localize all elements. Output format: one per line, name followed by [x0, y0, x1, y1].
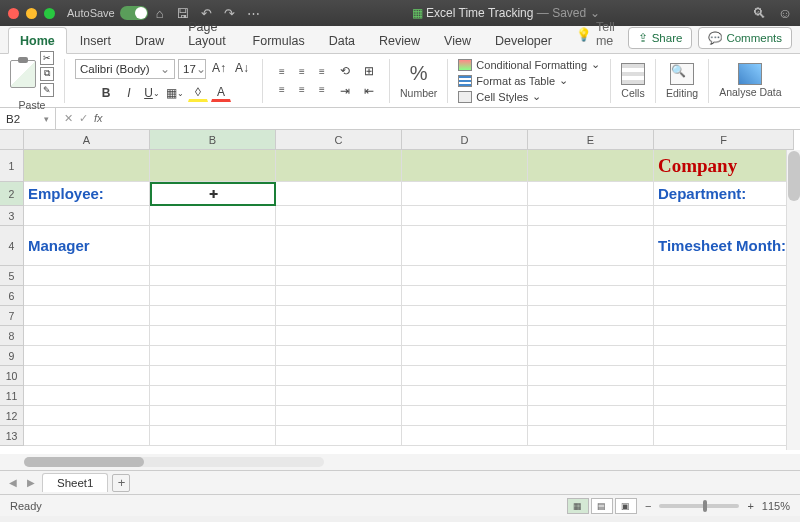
cell-F10[interactable]: [654, 366, 794, 386]
row-header-3[interactable]: 3: [0, 206, 24, 226]
cell-B8[interactable]: [150, 326, 276, 346]
cell-F2[interactable]: Department:: [654, 182, 794, 206]
column-header-A[interactable]: A: [24, 130, 150, 150]
cell-A5[interactable]: [24, 266, 150, 286]
page-layout-view-button[interactable]: ▤: [591, 498, 613, 514]
cell-B2[interactable]: [150, 182, 276, 206]
cell-E11[interactable]: [528, 386, 654, 406]
cell-C11[interactable]: [276, 386, 402, 406]
column-header-F[interactable]: F: [654, 130, 794, 150]
scrollbar-thumb[interactable]: [24, 457, 144, 467]
wrap-text-icon[interactable]: ⇥: [335, 82, 355, 100]
search-icon[interactable]: 🔍︎: [752, 5, 766, 21]
cell-E9[interactable]: [528, 346, 654, 366]
indent-icon[interactable]: ⇤: [359, 82, 379, 100]
cell-D13[interactable]: [402, 426, 528, 446]
cell-E13[interactable]: [528, 426, 654, 446]
cell-A1[interactable]: [24, 150, 150, 182]
tab-developer[interactable]: Developer: [484, 28, 563, 53]
merge-icon[interactable]: ⊞: [359, 62, 379, 80]
align-middle-icon[interactable]: ≡: [293, 64, 311, 80]
cells-group[interactable]: Cells: [617, 63, 649, 99]
cell-A2[interactable]: Employee:: [24, 182, 150, 206]
cell-F3[interactable]: [654, 206, 794, 226]
zoom-slider[interactable]: [659, 504, 739, 508]
column-header-B[interactable]: B: [150, 130, 276, 150]
select-all-corner[interactable]: [0, 130, 24, 150]
cell-C5[interactable]: [276, 266, 402, 286]
comments-button[interactable]: 💬Comments: [698, 27, 792, 49]
cell-E7[interactable]: [528, 306, 654, 326]
fx-icon[interactable]: fx: [94, 112, 103, 125]
decrease-font-icon[interactable]: A↓: [232, 59, 252, 77]
cell-F11[interactable]: [654, 386, 794, 406]
cell-C8[interactable]: [276, 326, 402, 346]
cell-A12[interactable]: [24, 406, 150, 426]
tell-me[interactable]: 💡Tell me: [565, 14, 626, 53]
row-header-5[interactable]: 5: [0, 266, 24, 286]
cancel-formula-icon[interactable]: ✕: [64, 112, 73, 125]
cell-A11[interactable]: [24, 386, 150, 406]
align-left-icon[interactable]: ≡: [273, 82, 291, 98]
column-header-D[interactable]: D: [402, 130, 528, 150]
minimize-window-button[interactable]: [26, 8, 37, 19]
row-header-11[interactable]: 11: [0, 386, 24, 406]
cell-F8[interactable]: [654, 326, 794, 346]
cell-B7[interactable]: [150, 306, 276, 326]
cell-B10[interactable]: [150, 366, 276, 386]
scrollbar-thumb[interactable]: [788, 151, 800, 201]
cell-C10[interactable]: [276, 366, 402, 386]
cell-D4[interactable]: [402, 226, 528, 266]
increase-font-icon[interactable]: A↑: [209, 59, 229, 77]
italic-button[interactable]: I: [119, 84, 139, 102]
cell-B3[interactable]: [150, 206, 276, 226]
close-window-button[interactable]: [8, 8, 19, 19]
tab-insert[interactable]: Insert: [69, 28, 122, 53]
row-header-13[interactable]: 13: [0, 426, 24, 446]
cell-F13[interactable]: [654, 426, 794, 446]
add-sheet-button[interactable]: +: [112, 474, 130, 492]
align-bottom-icon[interactable]: ≡: [313, 64, 331, 80]
cell-D12[interactable]: [402, 406, 528, 426]
editing-group[interactable]: 🔍 Editing: [662, 63, 702, 99]
fill-color-button[interactable]: ◊: [188, 84, 208, 102]
cell-E12[interactable]: [528, 406, 654, 426]
underline-button[interactable]: U⌄: [142, 84, 162, 102]
bold-button[interactable]: B: [96, 84, 116, 102]
cell-E1[interactable]: [528, 150, 654, 182]
cell-styles-button[interactable]: Cell Styles⌄: [458, 89, 600, 104]
cell-C12[interactable]: [276, 406, 402, 426]
cell-C4[interactable]: [276, 226, 402, 266]
smiley-icon[interactable]: ☺: [778, 5, 792, 21]
cell-B12[interactable]: [150, 406, 276, 426]
cell-F1[interactable]: Company: [654, 150, 794, 182]
cell-A3[interactable]: [24, 206, 150, 226]
cell-E2[interactable]: [528, 182, 654, 206]
zoom-level[interactable]: 115%: [762, 500, 790, 512]
cell-B6[interactable]: [150, 286, 276, 306]
cell-D8[interactable]: [402, 326, 528, 346]
prev-sheet-icon[interactable]: ◀: [6, 477, 20, 488]
maximize-window-button[interactable]: [44, 8, 55, 19]
column-header-C[interactable]: C: [276, 130, 402, 150]
row-header-12[interactable]: 12: [0, 406, 24, 426]
row-header-7[interactable]: 7: [0, 306, 24, 326]
horizontal-scrollbar[interactable]: [0, 454, 800, 470]
align-right-icon[interactable]: ≡: [313, 82, 331, 98]
row-header-8[interactable]: 8: [0, 326, 24, 346]
analyse-group[interactable]: Analyse Data: [715, 63, 785, 99]
page-break-view-button[interactable]: ▣: [615, 498, 637, 514]
cell-E4[interactable]: [528, 226, 654, 266]
cell-A7[interactable]: [24, 306, 150, 326]
cell-A10[interactable]: [24, 366, 150, 386]
cell-D6[interactable]: [402, 286, 528, 306]
cell-D1[interactable]: [402, 150, 528, 182]
cell-C1[interactable]: [276, 150, 402, 182]
cell-A4[interactable]: Manager: [24, 226, 150, 266]
tab-data[interactable]: Data: [318, 28, 366, 53]
format-painter-icon[interactable]: ✎: [40, 83, 54, 97]
row-header-2[interactable]: 2: [0, 182, 24, 206]
percent-icon[interactable]: %: [410, 62, 428, 85]
row-header-4[interactable]: 4: [0, 226, 24, 266]
tab-review[interactable]: Review: [368, 28, 431, 53]
